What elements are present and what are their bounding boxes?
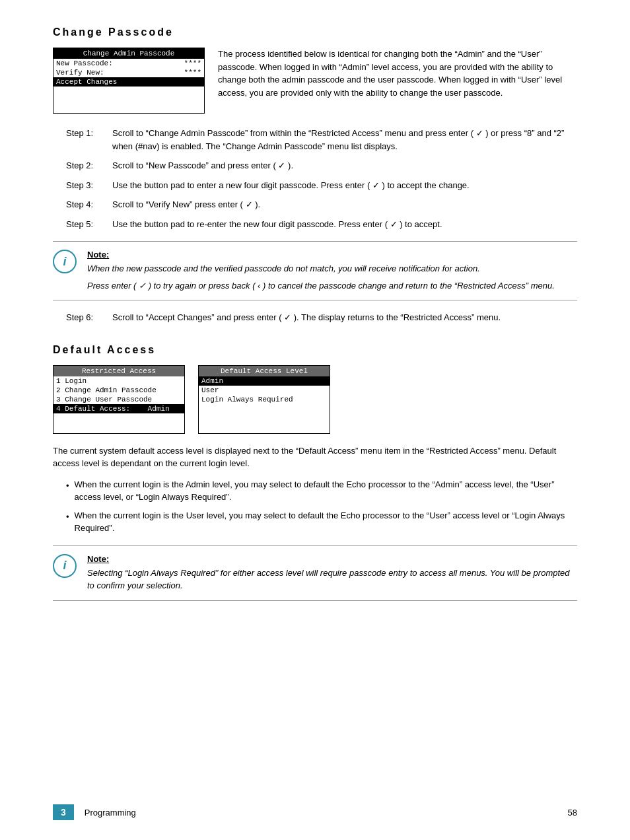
- change-passcode-title: Change Passcode: [53, 26, 577, 38]
- default-access-level-screen: Default Access Level Admin User Login Al…: [198, 365, 330, 434]
- step-4-content: Scroll to “Verify New” press enter ( ✓ )…: [112, 198, 577, 211]
- bullet-2: • When the current login is the User lev…: [66, 509, 577, 535]
- bullet-2-text: When the current login is the User level…: [75, 509, 577, 535]
- row3-label: Accept Changes: [56, 78, 117, 86]
- screen-row-1: New Passcode: ****: [53, 59, 204, 68]
- cp-note-content: Note: When the new passcode and the veri…: [87, 250, 577, 292]
- steps-container: Step 1: Scroll to “Change Admin Passcode…: [66, 127, 577, 230]
- cp-note-line-1: When the new passcode and the verified p…: [87, 262, 577, 275]
- da-description: The current system default access level …: [53, 444, 577, 470]
- step-1: Step 1: Scroll to “Change Admin Passcode…: [66, 127, 577, 153]
- bullet-dot-1: •: [66, 479, 69, 504]
- step-6-content: Scroll to “Accept Changes” and press ent…: [112, 311, 577, 324]
- step-6: Step 6: Scroll to “Accept Changes” and p…: [66, 311, 577, 324]
- da-note-text: Selecting “Login Always Required” for ei…: [87, 567, 577, 592]
- default-access-level-header: Default Access Level: [199, 366, 330, 376]
- row2-label: Verify New:: [56, 69, 104, 77]
- da-note-label: Note:: [87, 554, 577, 564]
- cp-content: Change Admin Passcode New Passcode: ****…: [53, 48, 577, 114]
- cp-description: The process identified below is identica…: [218, 48, 577, 114]
- step-2: Step 2: Scroll to “New Passcode” and pre…: [66, 159, 577, 172]
- step-5-label: Step 5:: [66, 218, 112, 231]
- step-2-label: Step 2:: [66, 159, 112, 172]
- left-row-3: 3 Change User Passcode: [53, 395, 184, 404]
- step-2-content: Scroll to “New Passcode” and press enter…: [112, 159, 577, 172]
- bullet-dot-2: •: [66, 510, 69, 535]
- footer-page-number: 58: [568, 808, 577, 818]
- change-passcode-section: Change Passcode Change Admin Passcode Ne…: [53, 26, 577, 324]
- left-row-4: 4 Default Access: Admin: [53, 404, 184, 413]
- default-access-title: Default Access: [53, 344, 577, 356]
- step-6-label: Step 6:: [66, 311, 112, 324]
- bullet-1: • When the current login is the Admin le…: [66, 478, 577, 504]
- left-row-2: 2 Change Admin Passcode: [53, 386, 184, 395]
- cp-note-box: i Note: When the new passcode and the ve…: [53, 241, 577, 300]
- right-row-2: User: [199, 386, 330, 395]
- step-1-label: Step 1:: [66, 127, 112, 153]
- step-3-content: Use the button pad to enter a new four d…: [112, 179, 577, 192]
- da-screens: Restricted Access 1 Login 2 Change Admin…: [53, 365, 577, 434]
- right-row-1: Admin: [199, 376, 330, 386]
- step-5: Step 5: Use the button pad to re-enter t…: [66, 218, 577, 231]
- da-note-content: Note: Selecting “Login Always Required” …: [87, 554, 577, 592]
- row1-label: New Passcode:: [56, 59, 113, 67]
- step-1-content: Scroll to “Change Admin Passcode” from w…: [112, 127, 577, 153]
- cp-note-line-2: Press enter ( ✓ ) to try again or press …: [87, 279, 577, 293]
- row2-value: ****: [184, 69, 201, 77]
- left-row-1: 1 Login: [53, 376, 184, 386]
- page-container: Change Passcode Change Admin Passcode Ne…: [0, 0, 630, 840]
- default-access-section: Default Access Restricted Access 1 Login…: [53, 344, 577, 601]
- change-passcode-screen: Change Admin Passcode New Passcode: ****…: [53, 48, 205, 114]
- step-4-label: Step 4:: [66, 198, 112, 211]
- footer-section-label: Programming: [85, 808, 136, 818]
- screen-row-2: Verify New: ****: [53, 68, 204, 77]
- chapter-number-badge: 3: [53, 804, 74, 820]
- step-5-content: Use the button pad to re-enter the new f…: [112, 218, 577, 231]
- da-note-box: i Note: Selecting “Login Always Required…: [53, 545, 577, 601]
- row1-value: ****: [184, 59, 201, 67]
- page-footer: 3 Programming 58: [0, 804, 630, 820]
- bullet-1-text: When the current login is the Admin leve…: [75, 478, 577, 504]
- step-3-label: Step 3:: [66, 179, 112, 192]
- right-row-3: Login Always Required: [199, 395, 330, 404]
- da-info-icon: i: [53, 554, 77, 578]
- step-3: Step 3: Use the button pad to enter a ne…: [66, 179, 577, 192]
- restricted-access-screen: Restricted Access 1 Login 2 Change Admin…: [53, 365, 185, 434]
- da-bullet-list: • When the current login is the Admin le…: [66, 478, 577, 535]
- info-icon: i: [53, 250, 77, 273]
- screen-row-3: Accept Changes: [53, 77, 204, 87]
- step6-container: Step 6: Scroll to “Accept Changes” and p…: [66, 311, 577, 324]
- restricted-access-header: Restricted Access: [53, 366, 184, 376]
- cp-note-label: Note:: [87, 250, 577, 260]
- screen-header: Change Admin Passcode: [53, 48, 204, 59]
- step-4: Step 4: Scroll to “Verify New” press ent…: [66, 198, 577, 211]
